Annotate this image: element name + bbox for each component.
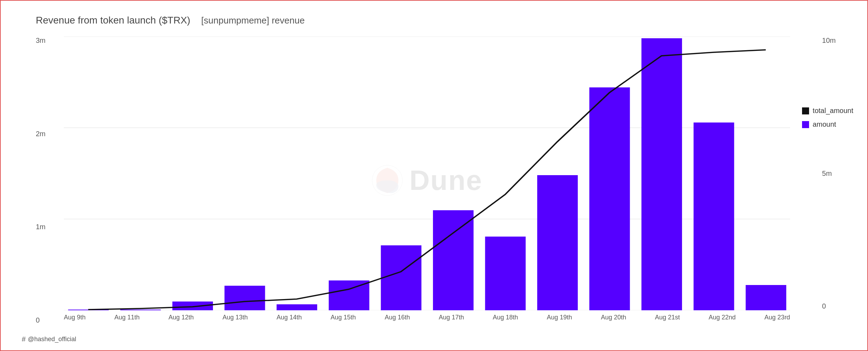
chart-legend: total_amount amount	[802, 107, 853, 128]
chart-container: Revenue from token launch ($TRX) [sunpum…	[0, 0, 868, 351]
bar-aug11	[120, 310, 161, 310]
chart-title-sub: [sunpumpmeme] revenue	[201, 15, 305, 26]
bar-aug20	[589, 87, 630, 310]
bar-aug21	[641, 38, 682, 310]
y-left-1m: 1m	[36, 223, 46, 231]
twitter-handle: @hashed_official	[28, 336, 76, 343]
bar-aug16	[381, 245, 421, 310]
legend-total-amount: total_amount	[802, 107, 853, 115]
x-label-aug12: Aug 12th	[168, 314, 194, 321]
bar-aug18	[485, 237, 526, 310]
x-label-aug17: Aug 17th	[439, 314, 464, 321]
footer: # @hashed_official	[22, 335, 76, 343]
x-label-aug18: Aug 18th	[493, 314, 518, 321]
x-label-aug14: Aug 14th	[276, 314, 302, 321]
bar-aug14	[276, 304, 317, 310]
legend-total-label: total_amount	[813, 107, 853, 115]
y-left-3m: 3m	[36, 37, 46, 45]
x-label-aug22: Aug 22nd	[709, 314, 736, 321]
chart-title-main: Revenue from token launch ($TRX)	[36, 15, 190, 26]
bar-aug17	[433, 210, 474, 310]
x-label-aug23: Aug 23rd	[764, 314, 790, 321]
x-label-aug9: Aug 9th	[64, 314, 86, 321]
bar-aug19	[537, 175, 578, 310]
x-label-aug13: Aug 13th	[222, 314, 248, 321]
chart-svg	[64, 37, 790, 310]
y-left-0: 0	[36, 316, 46, 324]
bar-aug22	[694, 122, 734, 310]
legend-swatch-amount	[802, 121, 809, 128]
y-left-2m: 2m	[36, 130, 46, 138]
legend-amount-label: amount	[813, 120, 836, 128]
x-label-aug11: Aug 11th	[114, 314, 140, 321]
x-label-aug19: Aug 19th	[547, 314, 572, 321]
bar-aug23	[746, 285, 786, 310]
x-label-aug16: Aug 16th	[385, 314, 410, 321]
y-right-10m: 10m	[822, 37, 836, 45]
y-right-5m: 5m	[822, 170, 836, 178]
legend-swatch-total	[802, 107, 809, 114]
y-axis-right: 0 5m 10m	[822, 37, 836, 310]
x-label-aug15: Aug 15th	[330, 314, 356, 321]
hashtag-icon: #	[22, 335, 26, 343]
x-label-aug20: Aug 20th	[601, 314, 626, 321]
y-right-0: 0	[822, 302, 836, 310]
chart-title: Revenue from token launch ($TRX) [sunpum…	[36, 15, 846, 26]
bar-aug13	[225, 286, 265, 310]
x-axis: Aug 9th Aug 11th Aug 12th Aug 13th Aug 1…	[64, 314, 790, 321]
y-axis-left: 0 1m 2m 3m	[36, 37, 46, 324]
legend-amount: amount	[802, 120, 853, 128]
x-label-aug21: Aug 21st	[655, 314, 680, 321]
